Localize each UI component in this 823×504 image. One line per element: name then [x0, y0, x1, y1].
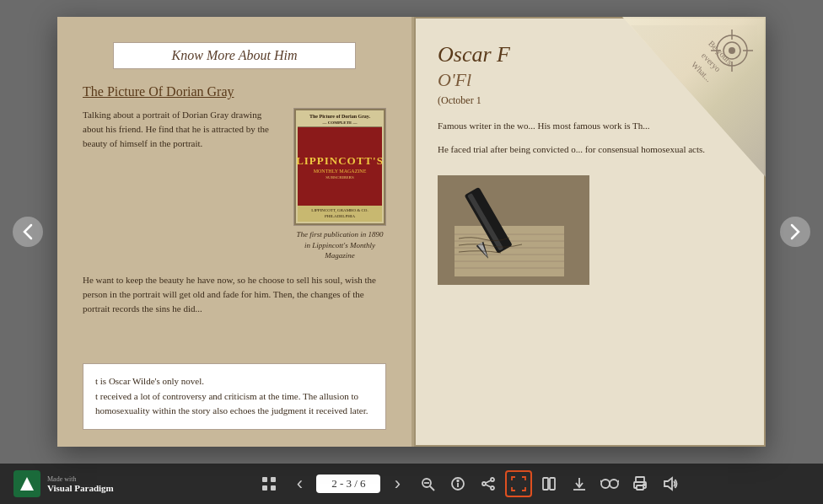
book-caption: The first publication in 1890 in Lippinc… [293, 229, 386, 261]
svg-line-34 [486, 485, 491, 487]
brand-text-block: Made with Visual Paradigm [47, 475, 114, 493]
page-display-text: 2 - 3 / 6 [323, 477, 374, 491]
toolbar-controls: ‹ 2 - 3 / 6 › [131, 470, 810, 497]
prev-page-arrow[interactable] [13, 217, 43, 247]
author-para2: He faced trial after being convicted o..… [438, 142, 742, 158]
book-spread: Know More About Him The Picture Of Doria… [57, 17, 766, 447]
page-flip-button[interactable] [535, 470, 562, 497]
svg-rect-21 [271, 477, 276, 482]
author-para1: Famous writer in the wo... His most famo… [438, 119, 742, 134]
svg-rect-20 [262, 477, 267, 482]
pen-writing-image [438, 175, 589, 285]
svg-marker-48 [664, 478, 672, 490]
info-button[interactable] [444, 470, 471, 497]
author-subtitle: O'Fl [438, 69, 742, 91]
page-left: Know More About Him The Picture Of Doria… [57, 17, 412, 447]
book-cover-image: The Picture of Dorian Gray.— COMPLETE — … [293, 108, 386, 226]
svg-line-42 [600, 480, 601, 482]
fullscreen-button[interactable] [505, 470, 532, 497]
toolbar-brand: Made with Visual Paradigm [13, 470, 114, 497]
svg-rect-46 [637, 485, 643, 490]
grid-view-button[interactable] [256, 470, 282, 497]
share-button[interactable] [475, 470, 502, 497]
svg-point-40 [610, 480, 618, 488]
content-section: Talking about a portrait of Dorian Gray … [83, 108, 386, 261]
svg-rect-44 [636, 477, 644, 482]
svg-point-32 [491, 486, 494, 490]
print-button[interactable] [627, 470, 654, 497]
header-banner-text: Know More About Him [172, 48, 298, 62]
prev-page-button[interactable]: ‹ [286, 470, 313, 497]
author-dates: (October 1 [438, 94, 742, 107]
audio-button[interactable] [657, 470, 684, 497]
section-header-banner: Know More About Him [113, 42, 356, 69]
svg-rect-35 [543, 478, 548, 490]
svg-point-31 [482, 482, 486, 485]
main-area: Know More About Him The Picture Of Doria… [0, 0, 823, 464]
svg-line-43 [618, 480, 619, 482]
svg-marker-19 [20, 477, 34, 491]
svg-line-33 [486, 480, 491, 483]
quote-text: t is Oscar Wilde's only novel. t receive… [95, 374, 374, 419]
svg-point-30 [491, 478, 494, 481]
svg-line-25 [430, 486, 434, 491]
next-page-button[interactable]: › [384, 470, 411, 497]
paragraph1: Talking about a portrait of Dorian Gray … [83, 108, 282, 261]
page-right: Oscar F O'Fl (October 1 Famous writer in… [412, 17, 766, 447]
svg-rect-36 [550, 478, 555, 490]
next-page-arrow[interactable] [780, 217, 810, 247]
brand-name: Visual Paradigm [47, 483, 114, 493]
toolbar: Made with Visual Paradigm ‹ 2 - 3 / 6 › [0, 464, 823, 504]
svg-point-29 [458, 480, 460, 482]
svg-rect-23 [271, 485, 276, 491]
svg-point-39 [601, 480, 610, 488]
paragraph2: He want to keep the beauty he have now, … [83, 273, 386, 316]
zoom-out-button[interactable] [414, 470, 441, 497]
download-button[interactable] [566, 470, 593, 497]
page-display-group: 2 - 3 / 6 [316, 475, 380, 493]
book-title-link[interactable]: The Picture Of Dorian Gray [83, 84, 386, 99]
svg-point-47 [643, 484, 645, 485]
author-title: Oscar F [438, 42, 742, 67]
svg-rect-22 [262, 485, 267, 491]
accessibility-button[interactable] [596, 470, 623, 497]
brand-logo-icon [13, 470, 40, 497]
quote-box: t is Oscar Wilde's only novel. t receive… [83, 363, 386, 430]
brand-made-with: Made with [47, 475, 114, 483]
